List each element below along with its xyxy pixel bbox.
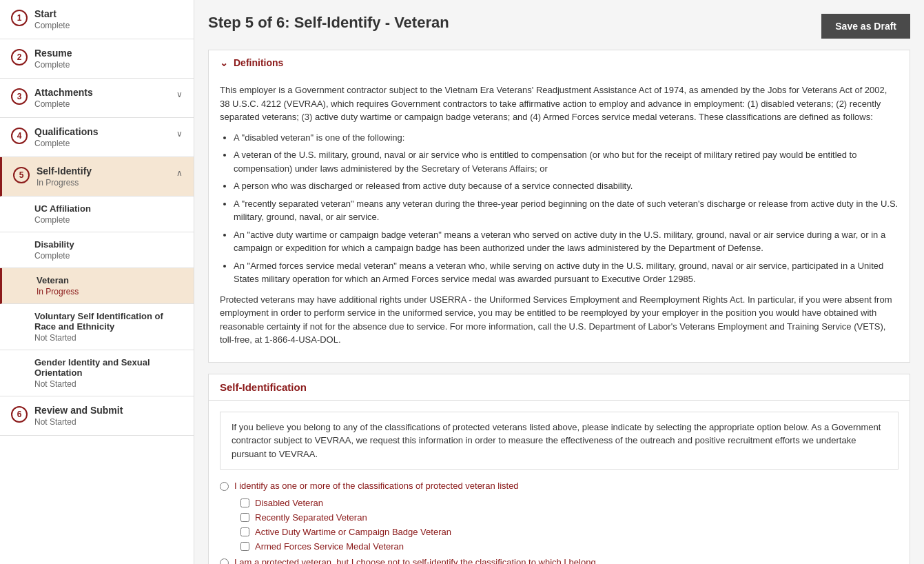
step-5-chevron: ∧	[176, 168, 183, 178]
sidebar-substep-disability[interactable]: Disability Complete	[0, 232, 194, 268]
step-5-title: Self-Identify	[37, 165, 171, 177]
save-draft-button[interactable]: Save as Draft	[821, 14, 910, 39]
definitions-body: This employer is a Government contractor…	[209, 75, 910, 362]
substep-gender-identity-title: Gender Identity and Sexual Orientation	[34, 357, 183, 378]
step-1-title: Start	[34, 8, 183, 19]
sidebar: 1 Start Complete 2 Resume Complete 3 Att…	[0, 0, 194, 564]
checkbox-disabled-veteran: Disabled Veteran	[240, 498, 899, 508]
step-4-number: 4	[11, 128, 28, 144]
def-bullet-3: A person who was discharged or released …	[234, 179, 899, 193]
radio-identify-label[interactable]: I identify as one or more of the classif…	[234, 481, 519, 491]
definitions-list: A "disabled veteran" is one of the follo…	[234, 131, 899, 286]
def-bullet-6: An "Armed forces service medal veteran" …	[234, 259, 899, 286]
radio-option-identify: I identify as one or more of the classif…	[220, 481, 899, 491]
definitions-userra: Protected veterans may have additional r…	[220, 293, 899, 347]
step-6-status: Not Started	[34, 417, 183, 427]
radio-not-identify-input[interactable]	[220, 558, 229, 564]
self-id-intro: If you believe you belong to any of the …	[220, 412, 899, 470]
substep-race-ethnicity-status: Not Started	[34, 333, 183, 343]
checkbox-recently-separated-input[interactable]	[240, 513, 249, 522]
definitions-chevron-icon: ⌄	[220, 57, 228, 68]
substep-race-ethnicity-title: Voluntary Self Identification of Race an…	[34, 311, 183, 332]
step-1-number: 1	[11, 10, 28, 26]
step-3-chevron: ∨	[176, 90, 183, 99]
substep-veteran-title: Veteran	[37, 275, 183, 285]
sidebar-step-selfidentify[interactable]: 5 Self-Identify In Progress ∧	[0, 157, 194, 197]
sidebar-substep-veteran[interactable]: Veteran In Progress	[0, 268, 194, 304]
checkbox-armed-forces-input[interactable]	[240, 542, 249, 551]
step-5-number: 5	[13, 167, 30, 183]
checkbox-recently-separated-label[interactable]: Recently Separated Veteran	[255, 512, 367, 523]
veteran-checkboxes: Disabled Veteran Recently Separated Vete…	[240, 498, 899, 552]
self-id-body: If you believe you belong to any of the …	[209, 401, 910, 565]
substep-veteran-status: In Progress	[37, 287, 183, 296]
sidebar-step-review-submit[interactable]: 6 Review and Submit Not Started	[0, 396, 194, 436]
checkbox-active-duty: Active Duty Wartime or Campaign Badge Ve…	[240, 527, 899, 537]
step-3-status: Complete	[34, 99, 171, 109]
radio-option-not-identify: I am a protected veteran, but I choose n…	[220, 557, 899, 564]
step-5-status: In Progress	[37, 178, 171, 188]
step-4-chevron: ∨	[176, 129, 183, 139]
step-2-status: Complete	[34, 60, 183, 70]
step-2-title: Resume	[34, 48, 183, 59]
substep-uc-affiliation-status: Complete	[34, 215, 183, 225]
self-id-header: Self-Identification	[209, 374, 910, 401]
sidebar-substep-race-ethnicity[interactable]: Voluntary Self Identification of Race an…	[0, 304, 194, 350]
step-3-number: 3	[11, 88, 28, 105]
definitions-header[interactable]: ⌄ Definitions	[209, 50, 910, 75]
sidebar-step-qualifications[interactable]: 4 Qualifications Complete ∨	[0, 118, 194, 157]
substep-disability-title: Disability	[34, 239, 183, 250]
checkbox-recently-separated: Recently Separated Veteran	[240, 512, 899, 523]
radio-identify-input[interactable]	[220, 482, 229, 491]
page-title: Step 5 of 6: Self-Identify - Veteran	[208, 14, 449, 32]
def-bullet-2: A veteran of the U.S. military, ground, …	[234, 148, 899, 175]
def-bullet-1: A "disabled veteran" is one of the follo…	[234, 131, 899, 145]
sidebar-substep-gender-identity[interactable]: Gender Identity and Sexual Orientation N…	[0, 350, 194, 396]
step-6-number: 6	[11, 406, 28, 423]
definitions-section: ⌄ Definitions This employer is a Governm…	[208, 50, 910, 363]
substep-uc-affiliation-title: UC Affiliation	[34, 203, 183, 214]
sidebar-step-attachments[interactable]: 3 Attachments Complete ∨	[0, 79, 194, 118]
checkbox-armed-forces: Armed Forces Service Medal Veteran	[240, 541, 899, 552]
step-4-status: Complete	[34, 139, 171, 148]
substep-gender-identity-status: Not Started	[34, 379, 183, 389]
self-identification-section: Self-Identification If you believe you b…	[208, 374, 910, 565]
step-4-title: Qualifications	[34, 126, 171, 137]
step-2-number: 2	[11, 49, 28, 66]
sidebar-step-start[interactable]: 1 Start Complete	[0, 0, 194, 39]
definitions-intro: This employer is a Government contractor…	[220, 83, 899, 124]
checkbox-armed-forces-label[interactable]: Armed Forces Service Medal Veteran	[255, 541, 404, 552]
substep-disability-status: Complete	[34, 251, 183, 261]
def-bullet-5: An "active duty wartime or campaign badg…	[234, 228, 899, 255]
radio-not-identify-label[interactable]: I am a protected veteran, but I choose n…	[234, 557, 596, 564]
sidebar-step-resume[interactable]: 2 Resume Complete	[0, 39, 194, 79]
checkbox-disabled-veteran-input[interactable]	[240, 498, 249, 507]
step-3-title: Attachments	[34, 87, 171, 98]
sidebar-substep-uc-affiliation[interactable]: UC Affiliation Complete	[0, 197, 194, 232]
definitions-title: Definitions	[234, 57, 283, 68]
main-content: Step 5 of 6: Self-Identify - Veteran Sav…	[194, 0, 924, 564]
page-header: Step 5 of 6: Self-Identify - Veteran Sav…	[208, 14, 910, 39]
checkbox-active-duty-input[interactable]	[240, 527, 249, 536]
def-bullet-4: A "recently separated veteran" means any…	[234, 197, 899, 224]
checkbox-disabled-veteran-label[interactable]: Disabled Veteran	[255, 498, 323, 508]
checkbox-active-duty-label[interactable]: Active Duty Wartime or Campaign Badge Ve…	[255, 527, 451, 537]
step-6-title: Review and Submit	[34, 405, 183, 416]
step-1-status: Complete	[34, 21, 183, 30]
